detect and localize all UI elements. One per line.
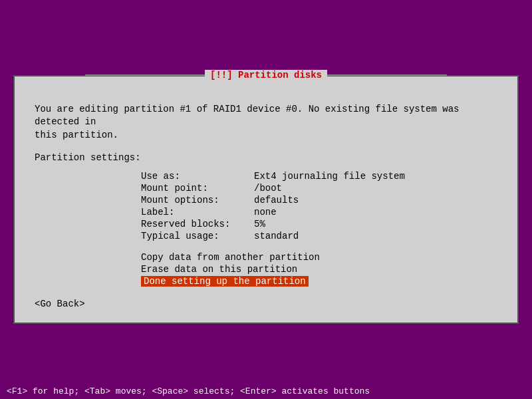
action-done-setting-up[interactable]: Done setting up the partition bbox=[141, 276, 309, 287]
dialog-content: You are editing partition #1 of RAID1 de… bbox=[15, 90, 517, 323]
value-label: none bbox=[254, 207, 277, 217]
dialog-title: [!!] Partition disks bbox=[205, 70, 327, 80]
value-use-as: Ext4 journaling file system bbox=[254, 171, 405, 182]
setting-typical-usage: Typical usage: standard bbox=[141, 231, 497, 241]
label-reserved-blocks: Reserved blocks: bbox=[141, 219, 254, 229]
settings-table: Use as: Ext4 journaling file system Moun… bbox=[141, 171, 497, 241]
setting-use-as: Use as: Ext4 journaling file system bbox=[141, 171, 497, 182]
title-bar: [!!] Partition disks bbox=[85, 70, 447, 80]
status-bar-text: <F1> for help; <Tab> moves; <Space> sele… bbox=[7, 386, 370, 396]
value-reserved-blocks: 5% bbox=[254, 219, 265, 229]
intro-line1: You are editing partition #1 of RAID1 de… bbox=[35, 104, 460, 128]
title-bar-left-line bbox=[85, 74, 205, 76]
setting-reserved-blocks: Reserved blocks: 5% bbox=[141, 219, 497, 229]
label-mount-options: Mount options: bbox=[141, 195, 254, 205]
section-header: Partition settings: bbox=[35, 152, 497, 163]
intro-line2: this partition. bbox=[35, 130, 118, 140]
go-back-button[interactable]: <Go Back> bbox=[35, 299, 497, 309]
value-typical-usage: standard bbox=[254, 231, 299, 241]
value-mount-options: defaults bbox=[254, 195, 299, 205]
action-erase-data[interactable]: Erase data on this partition bbox=[141, 264, 497, 275]
intro-text: You are editing partition #1 of RAID1 de… bbox=[35, 103, 497, 142]
label-use-as: Use as: bbox=[141, 171, 254, 182]
label-mount-point: Mount point: bbox=[141, 183, 254, 194]
dialog-box: [!!] Partition disks You are editing par… bbox=[13, 75, 519, 325]
setting-label: Label: none bbox=[141, 207, 497, 217]
action-copy-data[interactable]: Copy data from another partition bbox=[141, 252, 497, 263]
setting-mount-options: Mount options: defaults bbox=[141, 195, 497, 205]
label-typical-usage: Typical usage: bbox=[141, 231, 254, 241]
value-mount-point: /boot bbox=[254, 183, 282, 194]
status-bar: <F1> for help; <Tab> moves; <Space> sele… bbox=[0, 384, 532, 399]
label-label: Label: bbox=[141, 207, 254, 217]
setting-mount-point: Mount point: /boot bbox=[141, 183, 497, 194]
title-bar-right-line bbox=[327, 74, 447, 76]
screen: [!!] Partition disks You are editing par… bbox=[0, 0, 532, 399]
